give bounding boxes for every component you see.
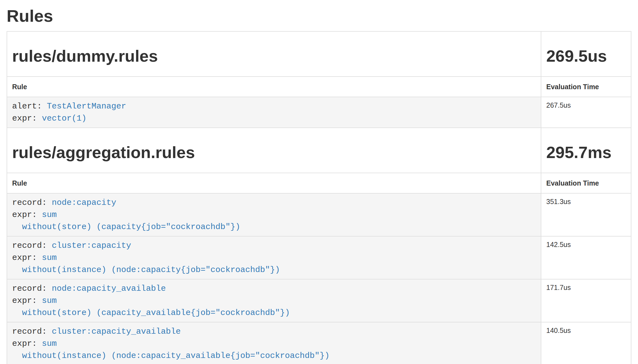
group-file-cell: rules/aggregation.rules [7, 128, 541, 173]
col-header-evaluation-time: Evaluation Time [541, 77, 631, 97]
rule-cell: record: node:capacity_available expr: su… [7, 279, 541, 322]
rule-cell: alert: TestAlertManager expr: vector(1) [7, 97, 541, 128]
rule-keyword: record: [12, 327, 52, 336]
rule-eval-time-cell: 351.3us [541, 193, 631, 236]
rule-link[interactable]: sum without(store) (capacity{job="cockro… [12, 210, 240, 232]
rule-keyword: expr: [12, 339, 42, 348]
rule-row: record: cluster:capacity expr: sum witho… [7, 236, 631, 279]
column-header-row: RuleEvaluation Time [7, 77, 631, 97]
page-title: Rules [7, 7, 631, 25]
rule-keyword: expr: [12, 114, 42, 123]
column-header-row: RuleEvaluation Time [7, 173, 631, 193]
rule-link[interactable]: node:capacity_available [52, 284, 166, 293]
rule-code: record: node:capacity_available expr: su… [7, 279, 541, 322]
group-header-row: rules/aggregation.rules295.7ms [7, 128, 631, 173]
group-file-title: rules/dummy.rules [12, 47, 536, 65]
rule-cell: record: node:capacity expr: sum without(… [7, 193, 541, 236]
rule-cell: record: cluster:capacity_available expr:… [7, 322, 541, 364]
rule-row: alert: TestAlertManager expr: vector(1)2… [7, 97, 631, 128]
rules-table-body: rules/dummy.rules269.5usRuleEvaluation T… [7, 31, 631, 364]
rule-eval-time-cell: 171.7us [541, 279, 631, 322]
rule-keyword: record: [12, 284, 52, 293]
rule-code: record: cluster:capacity expr: sum witho… [7, 237, 541, 279]
rule-link[interactable]: cluster:capacity_available [52, 327, 181, 336]
rule-keyword: expr: [12, 296, 42, 305]
rule-eval-time-cell: 140.5us [541, 322, 631, 364]
rule-link[interactable]: node:capacity [52, 198, 116, 207]
rule-keyword: expr: [12, 253, 42, 262]
rule-cell: record: cluster:capacity expr: sum witho… [7, 236, 541, 279]
group-eval-time-cell: 295.7ms [541, 128, 631, 173]
rules-table: rules/dummy.rules269.5usRuleEvaluation T… [7, 31, 631, 364]
rule-code: record: cluster:capacity_available expr:… [7, 322, 541, 364]
group-file-title: rules/aggregation.rules [12, 143, 536, 162]
col-header-rule: Rule [7, 173, 541, 193]
group-header-row: rules/dummy.rules269.5us [7, 31, 631, 77]
rule-row: record: cluster:capacity_available expr:… [7, 322, 631, 364]
rule-keyword: record: [12, 198, 52, 207]
group-eval-time: 295.7ms [546, 143, 626, 162]
rule-eval-time-cell: 142.5us [541, 236, 631, 279]
col-header-rule: Rule [7, 77, 541, 97]
rule-keyword: alert: [12, 102, 47, 111]
rule-link[interactable]: vector(1) [42, 114, 86, 123]
group-eval-time-cell: 269.5us [541, 31, 631, 77]
rule-link[interactable]: sum without(store) (capacity_available{j… [12, 296, 290, 317]
rule-link[interactable]: cluster:capacity [52, 241, 131, 250]
rule-code: record: node:capacity expr: sum without(… [7, 194, 541, 236]
rules-table-wrap: rules/dummy.rules269.5usRuleEvaluation T… [7, 31, 631, 364]
rule-link[interactable]: TestAlertManager [47, 102, 126, 111]
rule-link[interactable]: sum without(instance) (node:capacity_ava… [12, 339, 329, 360]
rule-row: record: node:capacity expr: sum without(… [7, 193, 631, 236]
group-file-cell: rules/dummy.rules [7, 31, 541, 77]
rule-code: alert: TestAlertManager expr: vector(1) [7, 97, 541, 127]
rule-keyword: record: [12, 241, 52, 250]
rule-eval-time-cell: 267.5us [541, 97, 631, 128]
group-eval-time: 269.5us [546, 47, 626, 65]
rule-link[interactable]: sum without(instance) (node:capacity{job… [12, 253, 280, 275]
rule-keyword: expr: [12, 210, 42, 219]
col-header-evaluation-time: Evaluation Time [541, 173, 631, 193]
rule-row: record: node:capacity_available expr: su… [7, 279, 631, 322]
